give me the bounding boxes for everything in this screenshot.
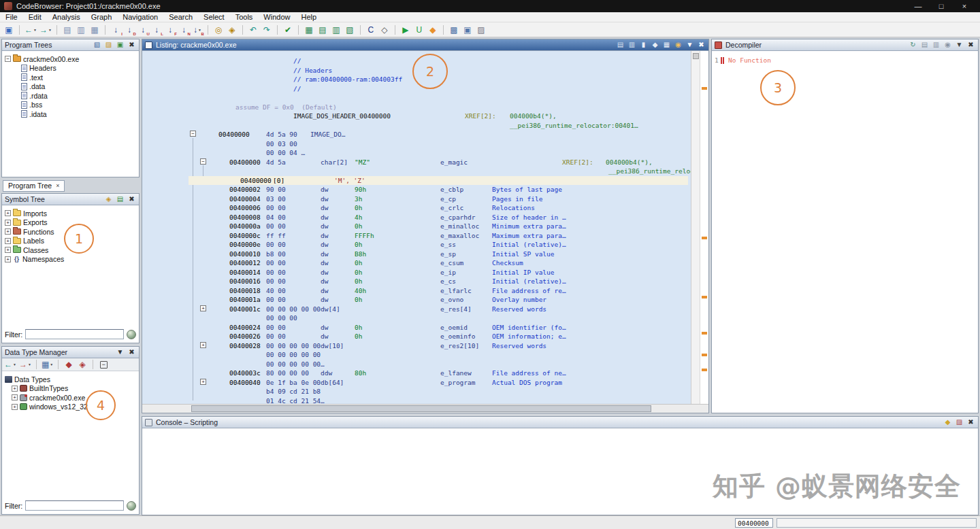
operand[interactable]: 40h [355,287,366,294]
mnemonic[interactable]: dw [321,186,328,193]
menu-item-select[interactable]: Select [198,13,230,21]
minimize-button[interactable]: — [906,2,930,10]
calculator-icon[interactable]: ▩ [448,24,460,36]
edit-icon[interactable]: ◈ [104,195,113,204]
save-icon[interactable]: ▣ [3,24,15,36]
listing-address[interactable]: 0040000e [229,241,261,248]
memory-search-icon[interactable]: ◎ [212,24,225,36]
eol-comment[interactable]: Relocations [492,204,535,211]
eol-comment[interactable]: Checksum [492,259,523,267]
filter-pointer-icon[interactable]: ◆ [63,358,75,371]
collapse-all-icon[interactable]: − [97,358,110,371]
address-field[interactable]: 00400000 [735,518,773,528]
listing-address[interactable]: 00400006 [229,204,261,211]
margin-arrows-icon[interactable]: ◆ [651,41,659,50]
eol-comment[interactable]: Initial (relative)… [492,241,566,248]
expand-all-icon[interactable]: ▣ [116,41,125,50]
listing-row[interactable]: 0040001a00 00dw0he_ovnoOverlay number [142,295,691,305]
eol-comment[interactable]: File address of ne… [492,369,566,377]
menu-item-file[interactable]: File [0,13,23,21]
field-name[interactable]: e_maxalloc [440,232,479,239]
expand-toggle[interactable]: + [5,256,11,262]
listing-row[interactable]: 0040000a00 00dw0he_minallocMinimum extra… [142,222,691,231]
next-instruction-icon[interactable]: ↓I [110,24,122,36]
listing-bytes[interactable]: 00 00 [266,241,286,248]
listing-label[interactable]: IMAGE_DOS_HEADER_00400000 [293,112,391,120]
expand-toggle[interactable]: + [5,247,11,253]
export-icon[interactable]: ▥ [932,41,941,50]
operand[interactable]: 0h [355,222,362,230]
mnemonic[interactable]: dw [321,214,328,221]
operand[interactable]: 0h [355,241,362,248]
listing-bytes[interactable]: 40 00 [266,287,286,294]
listing-row[interactable]: 0040000290 00dw90he_cblpBytes of last pa… [142,185,691,194]
expand-toggle[interactable]: + [12,404,18,410]
mnemonic[interactable]: dw [321,241,328,248]
scrollbar-thumb[interactable] [693,53,699,59]
eol-comment[interactable]: Initial (relative)… [492,277,566,285]
field-name[interactable]: e_ss [440,241,456,248]
filter-options-icon[interactable] [127,501,136,511]
listing-row[interactable]: 0040001200 00dw0he_csumChecksum [142,258,691,268]
listing-row[interactable]: 0040000403 00dw3he_cpPages in file [142,194,691,204]
listing-row[interactable]: +0040002800 00 00 00 00dw[10]e_res2[10]R… [142,341,691,351]
next-bookmark-icon[interactable]: ↓B▼ [191,24,203,36]
operand[interactable]: 0h [355,296,362,303]
listing-bytes[interactable]: 4d 5a [266,158,286,166]
mnemonic[interactable]: dw [321,195,328,203]
xref-value[interactable]: 004000b4(*), [510,112,557,120]
field-editor-icon[interactable]: ▦ [662,41,671,50]
listing-horizontal-scrollbar[interactable] [142,404,708,413]
tree-item-crackme0x00-exe[interactable]: +crackme0x00.exe [2,393,139,403]
listing-bytes[interactable]: 00 03 00 [266,140,297,148]
listing-row[interactable]: assume DF = 0x0 (Default) [142,103,691,112]
field-name[interactable]: e_ip [440,269,456,276]
operand[interactable]: 0h [355,259,362,267]
diff-view-icon[interactable]: ▥ [627,41,636,50]
listing-row[interactable]: 0040001600 00dw0he_csInitial (relative)… [142,277,691,286]
plate-comment[interactable]: // Headers [293,67,332,74]
forward-icon[interactable]: →▼ [39,24,52,36]
processor-icon[interactable]: ▨ [475,24,487,36]
expand-toggle[interactable]: + [200,379,206,385]
operand[interactable]: FFFFh [355,232,374,239]
symbol-table-icon[interactable]: ▤ [316,24,329,36]
menu-item-tools[interactable]: Tools [230,13,259,21]
close-icon[interactable]: ✖ [966,418,975,427]
eol-comment[interactable]: Initial SP value [492,250,555,258]
mnemonic[interactable]: char[2] [321,158,348,166]
menu-arrow-icon[interactable]: ▼ [116,348,125,357]
tree-item-idata[interactable]: .idata [2,109,139,119]
listing-row[interactable]: 00400000[0]'M', 'Z' [142,176,691,186]
decompiler-view[interactable]: 1 No Function [712,51,978,413]
listing-row[interactable]: −004000004d 5a 90IMAGE_DO… [142,130,691,139]
expand-toggle[interactable]: + [5,210,11,216]
listing-bytes[interactable]: 00 00 [266,324,286,331]
snapshot-icon[interactable]: ◉ [674,41,683,50]
listing-bytes[interactable]: 0e 1f ba 0e 00 [266,379,321,386]
field-name[interactable]: e_lfarlc [440,287,472,294]
listing-header[interactable]: Listing: crackme0x00.exe ▤▥▮◆▦◉▼✖ [142,39,708,51]
paste-icon[interactable]: ▥ [75,24,87,36]
field-name[interactable]: e_sp [440,250,456,258]
clone-view-icon[interactable]: ▤ [616,41,625,50]
mnemonic[interactable]: dw [321,277,328,285]
menu-item-search[interactable]: Search [163,13,198,21]
mnemonic[interactable]: dw [321,296,328,303]
listing-row[interactable]: // [142,84,691,94]
listing-address[interactable]: 00400012 [229,259,261,267]
operand[interactable]: 0h [355,204,362,211]
field-name[interactable]: e_minalloc [440,222,479,230]
menu-item-window[interactable]: Window [258,13,295,21]
filter-options-icon[interactable] [127,330,136,339]
function-graph-icon[interactable]: ◇ [378,24,391,36]
listing-address[interactable]: 00400014 [229,269,261,276]
listing-row[interactable]: 0040000e00 00dw0he_ssInitial (relative)… [142,240,691,250]
operand[interactable]: 0h [355,269,362,276]
listing-row[interactable]: +0040001c00 00 00 00 00dw[4]e_res[4]Rese… [142,305,691,314]
listing-row[interactable]: 00400010b8 00dwB8he_spInitial SP value [142,250,691,259]
mnemonic[interactable]: dw [321,269,328,276]
next-undefined-icon[interactable]: ↓U [137,24,149,36]
forward-icon[interactable]: →▼ [18,358,32,371]
checkpoint-icon[interactable]: ◆ [427,24,439,36]
